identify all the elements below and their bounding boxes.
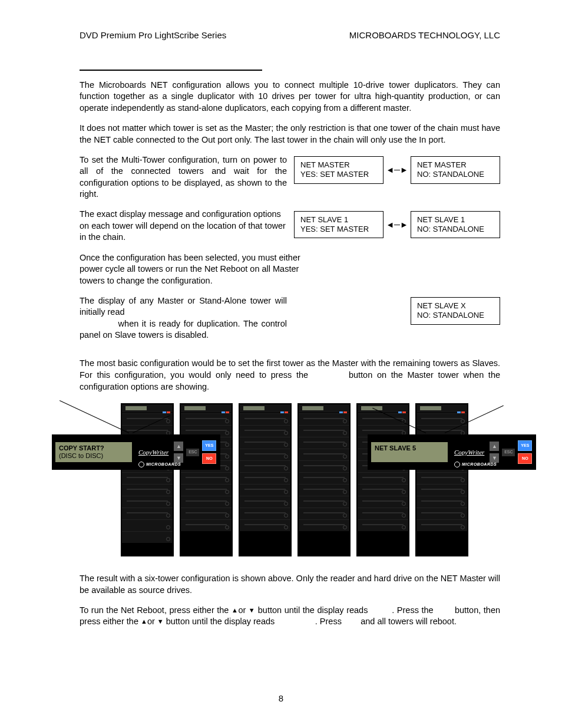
tower-diagram: COPY START? (DISC to DISC) CopyWriter ▲ … — [56, 403, 500, 556]
lcd-box-slave1-no: NET SLAVE 1 NO: STANDALONE — [411, 211, 500, 239]
up-triangle-icon: ▲ — [232, 607, 238, 614]
microboards-logo: MICROBOARDS — [138, 462, 181, 467]
para-exact: The exact display message and configurat… — [80, 209, 292, 243]
lcd-box-slave1-yes: NET SLAVE 1 YES: SET MASTER — [294, 211, 384, 239]
no-button[interactable]: NO — [202, 453, 216, 464]
tower-4 — [297, 403, 351, 556]
tower-6 — [415, 403, 468, 556]
header-left: DVD Premium Pro LightScribe Series — [80, 29, 226, 41]
arrow-double-icon: ◄─► — [388, 164, 406, 176]
tower-2 — [180, 403, 233, 556]
esc-button[interactable]: ESC — [502, 449, 515, 456]
arrow-double-icon: ◄─► — [388, 219, 406, 230]
page-number: 8 — [0, 693, 562, 704]
display-single-slavex: NET SLAVE X NO: STANDALONE — [294, 297, 500, 325]
lcd-box-slavex: NET SLAVE X NO: STANDALONE — [411, 297, 500, 325]
tower-3 — [239, 403, 292, 556]
no-button[interactable]: NO — [518, 453, 532, 464]
lcd-box-master-yes: NET MASTER YES: SET MASTER — [294, 156, 384, 184]
para-result: The result with a six-tower configuratio… — [80, 573, 500, 596]
section-rule — [80, 70, 262, 71]
para-set-config: To set the Multi-Tower configuration, tu… — [80, 154, 292, 200]
para-master-note: It does not matter which tower is set as… — [80, 123, 500, 146]
para-powercycle: Once the configuration has been selected… — [80, 252, 303, 287]
display-pair-slave1: NET SLAVE 1 YES: SET MASTER ◄─► NET SLAV… — [294, 211, 500, 239]
yes-button[interactable]: YES — [202, 440, 216, 451]
down-triangle-icon: ▼ — [157, 618, 164, 625]
esc-button[interactable]: ESC — [186, 449, 199, 456]
down-triangle-icon: ▼ — [249, 607, 255, 614]
up-button[interactable]: ▲ — [174, 442, 183, 451]
lcd-box-master-no: NET MASTER NO: STANDALONE — [411, 156, 500, 184]
callout-slave-lcd: NET SLAVE 5 — [371, 442, 448, 462]
header-right: MICROBOARDS TECHNOLOGY, LLC — [349, 29, 500, 41]
para-netreboot: To run the Net Reboot, press either the … — [80, 605, 500, 628]
up-button[interactable]: ▲ — [490, 442, 499, 451]
para-basic: The most basic configuration would be to… — [80, 358, 500, 393]
callout-slave-panel: NET SLAVE 5 CopyWriter ▲ ▼ ESC YES NO MI… — [368, 435, 535, 469]
up-triangle-icon: ▲ — [141, 618, 147, 625]
yes-button[interactable]: YES — [518, 440, 532, 451]
brand-label: CopyWriter — [454, 448, 484, 457]
brand-label: CopyWriter — [138, 448, 168, 457]
display-pair-master: NET MASTER YES: SET MASTER ◄─► NET MASTE… — [294, 156, 500, 184]
para-intro: The Microboards NET configuration allows… — [80, 80, 500, 114]
callout-master-panel: COPY START? (DISC to DISC) CopyWriter ▲ … — [52, 435, 220, 469]
callout-master-lcd: COPY START? (DISC to DISC) — [55, 442, 132, 462]
tower-5 — [356, 403, 409, 556]
microboards-logo: MICROBOARDS — [454, 462, 497, 467]
